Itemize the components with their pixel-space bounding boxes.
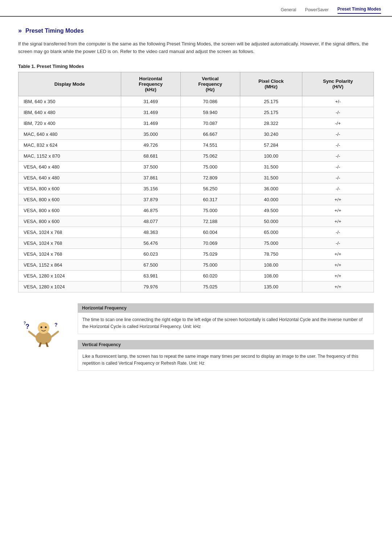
page-title: Preset Timing Modes — [25, 28, 84, 34]
info-box-vertical-header: Vertical Frequency — [78, 340, 374, 349]
cell-sync: -/- — [302, 150, 373, 161]
cell-display-mode: VESA, 800 x 600 — [19, 194, 121, 205]
table-row: IBM, 720 x 400 31.469 70.087 28.322 -/+ — [19, 118, 374, 129]
cell-h-freq: 37.879 — [121, 194, 180, 205]
cell-pixel-clock: 57.284 — [240, 139, 302, 150]
col-header-v-freq: VerticalFrequency(Hz) — [180, 72, 240, 96]
nav-general[interactable]: General — [281, 7, 296, 14]
cell-v-freq: 66.667 — [180, 129, 240, 139]
cell-pixel-clock: 78.750 — [240, 248, 302, 259]
cell-h-freq: 31.469 — [121, 96, 180, 107]
cell-h-freq: 31.469 — [121, 107, 180, 118]
table-row: VESA, 1280 x 1024 63.981 60.020 108.00 +… — [19, 270, 374, 281]
cell-pixel-clock: 31.500 — [240, 161, 302, 172]
svg-line-9 — [38, 343, 41, 347]
svg-line-5 — [52, 332, 58, 337]
cell-v-freq: 75.025 — [180, 281, 240, 292]
cell-v-freq: 60.317 — [180, 194, 240, 205]
cell-display-mode: VESA, 1024 x 768 — [19, 238, 121, 248]
info-box-horizontal: Horizontal Frequency The time to scan on… — [78, 303, 374, 334]
cell-sync: -/- — [302, 172, 373, 183]
cell-display-mode: MAC, 1152 x 870 — [19, 150, 121, 161]
title-row: » Preset Timing Modes — [18, 27, 374, 35]
cell-pixel-clock: 31.500 — [240, 172, 302, 183]
cell-display-mode: VESA, 1024 x 768 — [19, 248, 121, 259]
cell-pixel-clock: 75.000 — [240, 238, 302, 248]
cell-h-freq: 79.976 — [121, 281, 180, 292]
table-row: MAC, 1152 x 870 68.681 75.062 100.00 -/- — [19, 150, 374, 161]
cell-sync: +/+ — [302, 259, 373, 270]
info-section: ? ? ? Horizontal Frequency The time to s… — [18, 303, 374, 377]
col-header-h-freq: HorizontalFrequency(kHz) — [121, 72, 180, 96]
cell-display-mode: VESA, 640 x 480 — [19, 161, 121, 172]
nav-powersaver[interactable]: PowerSaver — [305, 7, 328, 14]
svg-line-10 — [46, 343, 49, 347]
svg-text:?: ? — [25, 323, 29, 330]
cell-v-freq: 74.551 — [180, 139, 240, 150]
svg-line-4 — [29, 332, 36, 337]
info-box-horizontal-header: Horizontal Frequency — [78, 303, 374, 313]
table-row: IBM, 640 x 480 31.469 59.940 25.175 -/- — [19, 107, 374, 118]
cell-sync: +/+ — [302, 281, 373, 292]
cell-v-freq: 75.000 — [180, 259, 240, 270]
cell-sync: -/- — [302, 139, 373, 150]
cell-display-mode: VESA, 800 x 600 — [19, 216, 121, 227]
cell-v-freq: 56.250 — [180, 183, 240, 194]
table-row: VESA, 640 x 480 37.500 75.000 31.500 -/- — [19, 161, 374, 172]
svg-point-2 — [41, 326, 42, 328]
decorative-illustration: ? ? ? — [22, 311, 65, 347]
cell-sync: +/+ — [302, 270, 373, 281]
timing-table: Display Mode HorizontalFrequency(kHz) Ve… — [18, 72, 374, 292]
cell-v-freq: 75.062 — [180, 150, 240, 161]
cell-sync: -/- — [302, 129, 373, 139]
cell-sync: -/+ — [302, 118, 373, 129]
svg-text:?: ? — [24, 321, 26, 325]
cell-pixel-clock: 36.000 — [240, 183, 302, 194]
cell-pixel-clock: 50.000 — [240, 216, 302, 227]
cell-pixel-clock: 25.175 — [240, 107, 302, 118]
cell-display-mode: VESA, 800 x 600 — [19, 205, 121, 216]
col-header-display-mode: Display Mode — [19, 72, 121, 96]
table-row: VESA, 800 x 600 48.077 72.188 50.000 +/+ — [19, 216, 374, 227]
cell-v-freq: 60.004 — [180, 227, 240, 238]
nav-preset-timing[interactable]: Preset Timing Modes — [338, 7, 381, 14]
cell-v-freq: 60.020 — [180, 270, 240, 281]
info-boxes: Horizontal Frequency The time to scan on… — [78, 303, 374, 377]
cell-h-freq: 35.000 — [121, 129, 180, 139]
svg-point-3 — [45, 326, 47, 328]
main-content: » Preset Timing Modes If the signal tran… — [0, 17, 392, 391]
col-header-pixel-clock: Pixel Clock(MHz) — [240, 72, 302, 96]
cell-h-freq: 35.156 — [121, 183, 180, 194]
cell-display-mode: MAC, 832 x 624 — [19, 139, 121, 150]
cell-h-freq: 49.726 — [121, 139, 180, 150]
cell-v-freq: 70.087 — [180, 118, 240, 129]
table-row: VESA, 1152 x 864 67.500 75.000 108.00 +/… — [19, 259, 374, 270]
svg-text:?: ? — [54, 322, 58, 328]
table-row: VESA, 1024 x 768 48.363 60.004 65.000 -/… — [19, 227, 374, 238]
cell-display-mode: VESA, 1280 x 1024 — [19, 270, 121, 281]
cell-pixel-clock: 108.00 — [240, 259, 302, 270]
cell-v-freq: 70.086 — [180, 96, 240, 107]
cell-h-freq: 63.981 — [121, 270, 180, 281]
cell-sync: +/+ — [302, 248, 373, 259]
svg-point-1 — [38, 322, 49, 334]
info-image: ? ? ? — [18, 311, 69, 347]
cell-sync: +/- — [302, 96, 373, 107]
table-row: VESA, 1280 x 1024 79.976 75.025 135.00 +… — [19, 281, 374, 292]
table-row: VESA, 1024 x 768 56.476 70.069 75.000 -/… — [19, 238, 374, 248]
cell-v-freq: 72.188 — [180, 216, 240, 227]
table-row: VESA, 800 x 600 35.156 56.250 36.000 -/- — [19, 183, 374, 194]
cell-v-freq: 72.809 — [180, 172, 240, 183]
table-title: Table 1. Preset Timing Modes — [18, 64, 374, 69]
cell-sync: +/+ — [302, 205, 373, 216]
cell-v-freq: 75.000 — [180, 161, 240, 172]
info-box-vertical: Vertical Frequency Like a fluorescent la… — [78, 340, 374, 371]
cell-sync: +/+ — [302, 194, 373, 205]
cell-v-freq: 75.000 — [180, 205, 240, 216]
cell-sync: -/- — [302, 161, 373, 172]
cell-pixel-clock: 40.000 — [240, 194, 302, 205]
cell-h-freq: 67.500 — [121, 259, 180, 270]
cell-h-freq: 37.500 — [121, 161, 180, 172]
cell-sync: -/- — [302, 183, 373, 194]
cell-pixel-clock: 25.175 — [240, 96, 302, 107]
